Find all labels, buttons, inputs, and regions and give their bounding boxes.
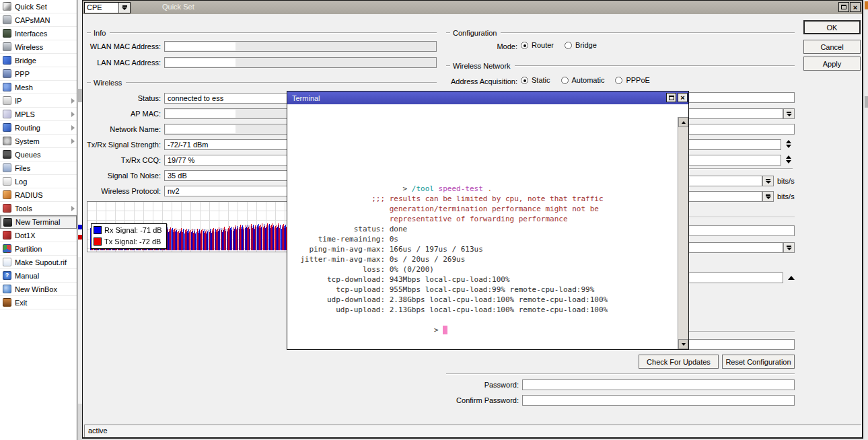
- terminal-line: status: done: [291, 224, 608, 234]
- exit-door-icon: [3, 298, 11, 307]
- sidebar-item-new-terminal[interactable]: New Terminal: [0, 215, 77, 229]
- confirm-password-input[interactable]: [522, 395, 795, 406]
- close-icon: ×: [853, 4, 857, 11]
- sidebar-item-label: PPP: [15, 70, 30, 78]
- ppp-icon: [3, 69, 11, 78]
- mode-bridge-radio[interactable]: Bridge: [565, 41, 597, 49]
- password-input[interactable]: [522, 379, 795, 390]
- spinner-control[interactable]: [786, 155, 791, 163]
- sidebar-item-dot1x[interactable]: Dot1X: [0, 229, 77, 242]
- terminal-line: tcp-upload: 955Mbps local-cpu-load:99% r…: [291, 285, 608, 295]
- terminal-maximize-button[interactable]: [666, 93, 676, 102]
- sliver-fragment: [865, 96, 868, 108]
- move-up-icon[interactable]: [788, 276, 795, 280]
- sidebar-item-mesh[interactable]: Mesh: [0, 81, 77, 94]
- sidebar-item-bridge[interactable]: Bridge: [0, 54, 77, 67]
- sidebar-item-log[interactable]: Log: [0, 175, 77, 188]
- configuration-group-header: Configuration: [446, 28, 795, 37]
- window-title: Quick Set: [162, 3, 194, 11]
- field-lan-mac-address[interactable]: [164, 57, 437, 68]
- sidebar-item-partition[interactable]: Partition: [0, 242, 77, 256]
- address-acquisition-radio-group: Static Automatic PPPoE: [521, 76, 650, 84]
- sidebar-item-mpls[interactable]: MPLS: [0, 108, 77, 121]
- sidebar-item-queues[interactable]: Queues: [0, 148, 77, 161]
- combo-dropdown-button[interactable]: [118, 3, 130, 13]
- sidebar-item-ppp[interactable]: PPP: [0, 67, 77, 81]
- sidebar-menu: Quick SetCAPsMANInterfacesWirelessBridge…: [0, 0, 77, 440]
- sidebar-item-system[interactable]: System: [0, 135, 77, 148]
- sidebar-item-files[interactable]: Files: [0, 161, 77, 175]
- cancel-button[interactable]: Cancel: [803, 40, 861, 54]
- tx-signal-legend-label: Tx Signal: -72 dB: [104, 237, 161, 246]
- spinner-up-icon[interactable]: [786, 140, 791, 143]
- close-icon: ×: [680, 94, 684, 101]
- sidebar-item-label: Log: [15, 178, 27, 186]
- mesh-icon: [3, 83, 11, 91]
- terminal-close-button[interactable]: ×: [678, 93, 688, 102]
- spinner-up-icon[interactable]: [786, 155, 791, 159]
- redacted-value-overlay: [166, 42, 236, 50]
- winbox-app: Quick SetCAPsMANInterfacesWirelessBridge…: [0, 0, 868, 440]
- sidebar-item-routing[interactable]: Routing: [0, 121, 77, 135]
- wireless-antenna-icon: [3, 42, 11, 51]
- sidebar-item-interfaces[interactable]: Interfaces: [0, 27, 77, 40]
- combo-arrow-icon: [787, 246, 791, 247]
- sidebar-item-capsman[interactable]: CAPsMAN: [0, 13, 77, 27]
- check-for-updates-button[interactable]: Check For Updates: [639, 355, 719, 369]
- acquisition-pppoe-radio[interactable]: PPPoE: [615, 76, 649, 84]
- submenu-arrow-icon: [71, 112, 75, 117]
- combo-dropdown-button[interactable]: [783, 242, 795, 253]
- bridge-icon: [3, 56, 11, 65]
- signal-graph-legend: Rx Signal: -71 dB Tx Signal: -72 dB: [91, 223, 167, 249]
- acquisition-automatic-radio[interactable]: Automatic: [561, 76, 605, 84]
- close-button[interactable]: ×: [850, 2, 861, 12]
- scroll-up-icon: [682, 121, 686, 124]
- sidebar-item-quick-set[interactable]: Quick Set: [0, 0, 77, 13]
- terminal-scrollbar[interactable]: [678, 117, 688, 349]
- spinner-control[interactable]: [786, 140, 791, 148]
- sidebar-item-exit[interactable]: Exit: [0, 296, 77, 309]
- terminal-text-segment: tcp-download: 943Mbps local-cpu-load:100…: [291, 275, 510, 284]
- sidebar-item-ip[interactable]: IP: [0, 94, 77, 108]
- spinner-down-icon[interactable]: [786, 145, 791, 148]
- reset-configuration-button[interactable]: Reset Configuration: [722, 355, 795, 369]
- field-label: Tx/Rx CCQ:: [83, 156, 161, 164]
- quickset-mode-combo-value[interactable]: CPE: [85, 3, 118, 13]
- scroll-down-button[interactable]: [678, 339, 688, 349]
- sidebar-item-label: MPLS: [15, 110, 35, 118]
- mode-radio-group: Router Bridge: [521, 41, 597, 49]
- terminal-text-segment: loss: 0% (0/200): [291, 265, 434, 274]
- spinner-down-icon[interactable]: [786, 160, 791, 163]
- submenu-arrow-icon: [71, 206, 75, 211]
- sidebar-item-tools[interactable]: Tools: [0, 202, 77, 215]
- ok-button[interactable]: OK: [803, 20, 861, 34]
- sidebar-item-manual[interactable]: ?Manual: [0, 269, 77, 283]
- scroll-up-button[interactable]: [678, 117, 688, 127]
- acquisition-static-radio[interactable]: Static: [521, 76, 550, 84]
- bits-per-second-label: bits/s: [777, 177, 795, 185]
- sidebar-item-make-supout-rif[interactable]: Make Supout.rif: [0, 256, 77, 269]
- supout-file-icon: [3, 258, 11, 266]
- sidebar-item-radius[interactable]: RADIUS: [0, 188, 77, 202]
- combo-arrow-icon: [122, 5, 127, 7]
- legend-row-rx: Rx Signal: -71 dB: [92, 224, 166, 235]
- field-label: Tx/Rx Signal Strength:: [83, 141, 161, 149]
- terminal-cursor[interactable]: [443, 326, 447, 334]
- field-label: Status:: [83, 94, 161, 102]
- terminal-text-segment: generation/termination performance might…: [291, 205, 599, 213]
- field-wlan-mac-address[interactable]: [164, 41, 437, 52]
- sidebar-item-wireless[interactable]: Wireless: [0, 40, 77, 54]
- combo-dropdown-button[interactable]: [783, 108, 795, 119]
- quickset-mode-combo[interactable]: CPE: [84, 2, 131, 13]
- maximize-button[interactable]: [838, 2, 849, 12]
- terminal-text-segment: /tool: [412, 184, 439, 193]
- terminal-line: >: [291, 325, 608, 335]
- sidebar-item-new-winbox[interactable]: New WinBox: [0, 283, 77, 296]
- combo-dropdown-button[interactable]: [762, 176, 774, 186]
- combo-dropdown-button[interactable]: [762, 191, 774, 202]
- apply-button[interactable]: Apply: [803, 57, 861, 71]
- terminal-text-segment: >: [291, 326, 443, 334]
- mode-router-radio[interactable]: Router: [521, 41, 554, 49]
- terminal-body[interactable]: > /tool speed-test . ;;; results can be …: [287, 104, 688, 349]
- terminal-line: [291, 315, 608, 325]
